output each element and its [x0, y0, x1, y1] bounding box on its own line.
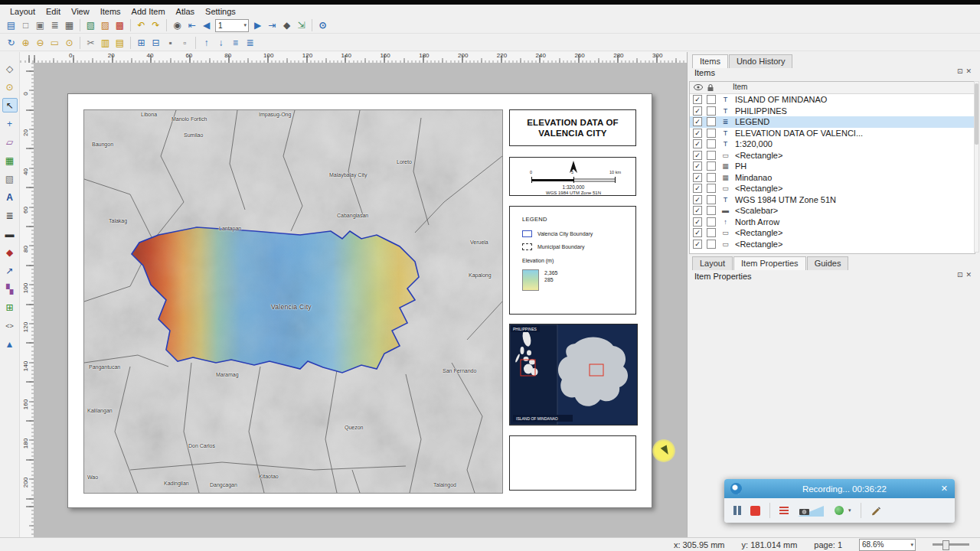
add-marker-icon[interactable]: [779, 507, 789, 514]
add-shape-icon[interactable]: ◆: [2, 245, 18, 259]
zoom-out-icon[interactable]: ⊖: [33, 36, 47, 50]
zoom-level-combo[interactable]: 68.6% ▾: [859, 539, 916, 551]
tab-undo-history[interactable]: Undo History: [729, 54, 793, 68]
items-tree-row[interactable]: ✓▭<Rectangle>: [690, 150, 975, 161]
atlas-prev-icon[interactable]: ◀: [199, 18, 214, 32]
items-scrollbar[interactable]: [974, 81, 979, 253]
items-tree-row[interactable]: ✓TELEVATION DATA OF VALENCI...: [690, 128, 975, 139]
lock-checkbox[interactable]: [707, 161, 716, 171]
redo-icon[interactable]: ↷: [149, 18, 163, 32]
visibility-checkbox[interactable]: ✓: [693, 228, 702, 237]
zoom-tool-icon[interactable]: ⊙: [2, 80, 18, 94]
layout-manager-icon[interactable]: ≣: [47, 18, 62, 32]
items-tree-row[interactable]: ✓≣LEGEND: [690, 116, 975, 128]
move-content-tool-icon[interactable]: +: [2, 116, 18, 131]
zoom-in-icon[interactable]: ⊕: [18, 36, 33, 50]
items-tree-row[interactable]: ✓▭<Rectangle>: [690, 227, 975, 239]
atlas-last-icon[interactable]: ⇥: [265, 18, 279, 32]
lock-checkbox[interactable]: [707, 139, 716, 148]
visibility-checkbox[interactable]: ✓: [693, 161, 702, 171]
export-pdf-icon[interactable]: ▩: [113, 18, 127, 32]
group-items-icon[interactable]: ⊞: [134, 36, 149, 50]
export-image-icon[interactable]: ▧: [83, 18, 98, 32]
visibility-checkbox[interactable]: ✓: [693, 217, 702, 227]
visibility-checkbox[interactable]: ✓: [693, 195, 702, 204]
add-arrow-icon[interactable]: ↗: [2, 263, 18, 278]
items-tree-row[interactable]: ✓▭<Rectangle>: [690, 183, 975, 194]
add-image-icon[interactable]: ▧: [2, 171, 18, 186]
items-tree-row[interactable]: ✓▬<Scalebar>: [690, 205, 975, 217]
ungroup-items-icon[interactable]: ⊟: [149, 36, 163, 50]
layout-page[interactable]: LibonaManolo FortichImpasug-OngBaungonSu…: [67, 93, 652, 508]
panel-float-icon[interactable]: ⊡: [957, 67, 966, 75]
lock-items-icon[interactable]: ▪: [163, 36, 178, 50]
panel-float-icon[interactable]: ⊡: [957, 271, 966, 279]
raise-items-icon[interactable]: ↑: [199, 36, 214, 50]
atlas-settings-icon[interactable]: ◉: [170, 18, 185, 32]
lock-checkbox[interactable]: [707, 173, 716, 182]
atlas-page-spinner[interactable]: 1 ▾: [215, 19, 249, 32]
webcam-toggle-icon[interactable]: [835, 506, 844, 515]
empty-rectangle-item[interactable]: [509, 435, 636, 491]
lock-checkbox[interactable]: [707, 195, 716, 204]
menu-item-edit[interactable]: Edit: [41, 5, 66, 18]
recorder-close-icon[interactable]: ✕: [941, 484, 948, 494]
lock-checkbox[interactable]: [707, 129, 716, 138]
inset-map-item[interactable]: PHILIPPINES ISLAND OF MINDANAO: [509, 324, 638, 425]
lock-checkbox[interactable]: [707, 117, 716, 126]
panel-close-icon[interactable]: ✕: [965, 67, 975, 75]
menu-item-add-item[interactable]: Add Item: [126, 5, 171, 18]
atlas-next-icon[interactable]: ▶: [250, 18, 265, 32]
menu-item-layout[interactable]: Layout: [5, 5, 41, 18]
items-tree-row[interactable]: ✓TWGS 1984 UTM Zone 51N: [690, 194, 975, 206]
lock-checkbox[interactable]: [707, 184, 716, 193]
scalebar-item[interactable]: 0 5 10 km 1:320,000 WGS 1984 UTM Zone 51…: [509, 157, 636, 196]
menu-item-items[interactable]: Items: [95, 5, 126, 18]
webcam-caret-icon[interactable]: ▾: [848, 507, 851, 514]
menu-item-view[interactable]: View: [66, 5, 95, 18]
items-tree-row[interactable]: ✓T1:320,000: [690, 139, 975, 150]
layout-canvas[interactable]: LibonaManolo FortichImpasug-OngBaungonSu…: [34, 63, 687, 537]
screen-recorder-widget[interactable]: Recording... 00:36:22 ✕ ▾: [724, 479, 955, 523]
menu-item-atlas[interactable]: Atlas: [171, 5, 200, 18]
search-icon[interactable]: ⊙: [315, 18, 330, 32]
map-title-item[interactable]: ELEVATION DATA OF VALENCIA CITY: [509, 109, 636, 146]
map-item-mindanao[interactable]: LibonaManolo FortichImpasug-OngBaungonSu…: [83, 109, 503, 494]
tab-layout[interactable]: Layout: [692, 256, 733, 270]
add-label-icon[interactable]: A: [2, 190, 18, 204]
visibility-checkbox[interactable]: ✓: [693, 184, 702, 193]
lock-checkbox[interactable]: [707, 206, 716, 215]
zoom-full-icon[interactable]: ▭: [47, 36, 62, 50]
visibility-checkbox[interactable]: ✓: [693, 151, 702, 160]
add-table-icon[interactable]: ⊞: [2, 300, 18, 315]
tab-item-properties[interactable]: Item Properties: [733, 256, 806, 270]
lock-checkbox[interactable]: [707, 228, 716, 237]
annotate-pencil-icon[interactable]: [871, 505, 881, 516]
new-layout-icon[interactable]: □: [18, 18, 33, 32]
visibility-checkbox[interactable]: ✓: [693, 139, 702, 148]
visibility-checkbox[interactable]: ✓: [693, 129, 702, 138]
spinner-caret-icon[interactable]: ▾: [243, 22, 247, 28]
export-svg-icon[interactable]: ▨: [98, 18, 113, 32]
visibility-checkbox[interactable]: ✓: [693, 173, 702, 182]
lock-checkbox[interactable]: [707, 95, 716, 104]
tab-items[interactable]: Items: [692, 54, 728, 68]
legend-item[interactable]: LEGEND Valencia City BoundaryMunicipal B…: [509, 206, 636, 315]
distribute-items-icon[interactable]: ≣: [243, 36, 257, 50]
lock-checkbox[interactable]: [707, 106, 716, 116]
zoom-slider-handle[interactable]: [942, 540, 949, 550]
add-chart-icon[interactable]: ▚: [2, 282, 18, 296]
undo-icon[interactable]: ↶: [134, 18, 149, 32]
add-legend-icon[interactable]: ≣: [2, 208, 18, 223]
save-icon[interactable]: ▤: [4, 18, 18, 32]
cut-icon[interactable]: ✂: [83, 36, 98, 50]
refresh-icon[interactable]: ↻: [4, 36, 18, 50]
lock-checkbox[interactable]: [707, 151, 716, 160]
duplicate-layout-icon[interactable]: ▣: [33, 18, 47, 32]
visibility-checkbox[interactable]: ✓: [693, 106, 702, 116]
items-tree-row[interactable]: ✓▦PH: [690, 161, 975, 172]
lock-checkbox[interactable]: [707, 240, 716, 249]
visibility-checkbox[interactable]: ✓: [693, 206, 702, 215]
visibility-checkbox[interactable]: ✓: [693, 117, 702, 126]
items-tree-row[interactable]: ✓▦Mindanao: [690, 172, 975, 184]
